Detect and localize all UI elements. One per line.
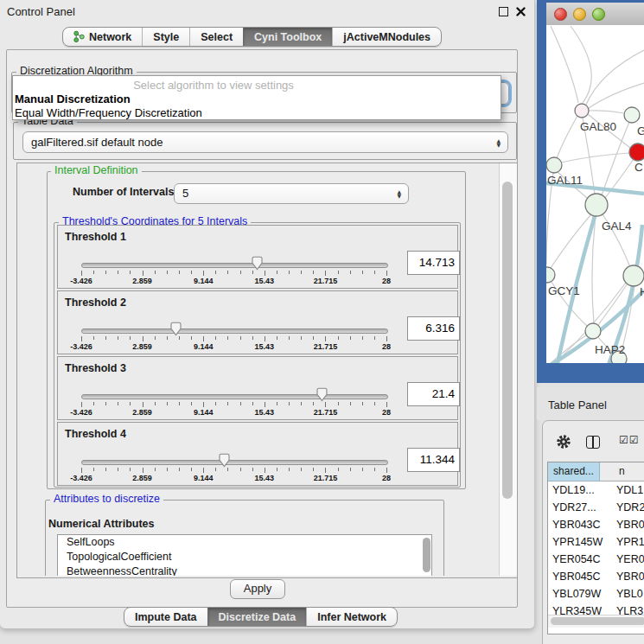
table-data-combobox[interactable]: galFiltered.sif default node ▲▼ — [22, 131, 508, 153]
cell-shared-name[interactable]: YDL19... — [548, 481, 612, 499]
cell-shared-name[interactable]: YPR145W — [548, 533, 612, 551]
cell-name[interactable]: YLR3 — [612, 603, 643, 615]
cell-shared-name[interactable]: YBR045C — [548, 568, 612, 585]
table-row[interactable]: YBL079WYBL0 — [548, 585, 644, 603]
slider-tick — [167, 468, 168, 471]
attribute-item-betweennesscentrality[interactable]: BetweennessCentrality — [58, 564, 431, 576]
slider-tick — [143, 336, 143, 341]
threshold-slider-track[interactable] — [81, 263, 388, 268]
network-node[interactable] — [585, 323, 601, 339]
slider-tick — [374, 336, 375, 340]
cell-name[interactable]: YDR2 — [612, 499, 644, 516]
attribute-item-topologicalcoefficient[interactable]: TopologicalCoefficient — [58, 550, 431, 564]
slider-tick — [325, 271, 326, 276]
network-canvas[interactable]: GAL80GACGAL11GAL4GCY1HHAP2 — [546, 25, 644, 363]
close-panel-button[interactable] — [515, 6, 526, 17]
network-node[interactable] — [585, 194, 608, 216]
table-row[interactable]: YLR345WYLR3 — [548, 603, 644, 615]
cell-shared-name[interactable]: YBL079W — [548, 585, 612, 603]
slider-tick — [301, 402, 302, 405]
bottom-tab-discretize-data[interactable]: Discretize Data — [207, 608, 307, 626]
cell-name[interactable]: YBL0 — [612, 585, 643, 603]
slider-tick — [325, 468, 326, 473]
slider-thumb[interactable] — [316, 387, 328, 405]
slider-thumb[interactable] — [251, 256, 264, 273]
slider-tick-label: 9.144 — [184, 277, 222, 285]
algorithm-option-equal-width-frequency-discretization[interactable]: Equal Width/Frequency Discretization — [13, 106, 501, 120]
tab-cyni-toolbox[interactable]: Cyni Toolbox — [243, 28, 332, 46]
threshold-slider-track[interactable] — [81, 394, 388, 399]
traffic-light-zoom-icon[interactable] — [592, 8, 605, 21]
network-node-label: GCY1 — [548, 284, 580, 297]
network-edge[interactable] — [551, 26, 578, 103]
cell-shared-name[interactable]: YBR043C — [548, 516, 612, 533]
slider-thumb[interactable] — [169, 322, 182, 339]
network-node[interactable] — [624, 107, 640, 123]
table-column-header-0[interactable]: shared... — [548, 462, 600, 481]
slider-tick-label: 2.859 — [124, 408, 162, 417]
network-node[interactable] — [546, 157, 562, 173]
split-view-icon[interactable] — [586, 436, 600, 449]
gear-icon[interactable] — [556, 434, 571, 450]
threshold-value-field-2[interactable]: 6.316 — [407, 316, 460, 341]
settings-scrollbar[interactable] — [499, 163, 517, 576]
table-row[interactable]: YBR045CYBR0 — [548, 568, 644, 585]
slider-thumb[interactable] — [218, 453, 231, 470]
attributes-scrollbar-thumb[interactable] — [423, 538, 430, 572]
network-edge[interactable] — [561, 153, 629, 163]
network-edge[interactable] — [571, 26, 591, 103]
slider-tick — [179, 402, 180, 405]
table-column-header-1[interactable]: n — [600, 462, 644, 481]
threshold-value-field-3[interactable]: 21.4 — [407, 382, 460, 406]
table-row[interactable]: YDR27...YDR2 — [548, 499, 644, 516]
table-row[interactable]: YBR043CYBR0 — [548, 516, 644, 533]
slider-tick — [155, 402, 156, 405]
cell-name[interactable]: YDL1 — [612, 481, 643, 499]
network-edge[interactable] — [557, 116, 577, 158]
table-hscrollbar[interactable] — [548, 615, 644, 628]
attribute-item-selfloops[interactable]: SelfLoops — [58, 535, 431, 550]
threshold-slider-track[interactable] — [81, 460, 388, 465]
threshold-value-field-4[interactable]: 11.344 — [407, 448, 460, 472]
network-edge[interactable] — [546, 335, 586, 363]
network-edge[interactable] — [586, 50, 644, 105]
network-node[interactable] — [623, 265, 644, 286]
network-node[interactable] — [629, 143, 644, 161]
cell-shared-name[interactable]: YER054C — [548, 551, 612, 568]
algorithm-option-manual-discretization[interactable]: Manual Discretization — [13, 92, 501, 106]
slider-tick — [105, 402, 106, 405]
tab-select[interactable]: Select — [189, 28, 243, 46]
tab-network[interactable]: Network — [63, 28, 142, 46]
bottom-tab-infer-network[interactable]: Infer Network — [306, 608, 397, 626]
cell-name[interactable]: YBR0 — [612, 568, 644, 585]
network-edge[interactable] — [589, 111, 624, 113]
slider-tick — [386, 336, 387, 341]
settings-scrollbar-thumb[interactable] — [502, 182, 513, 499]
table-row[interactable]: YDL19...YDL1 — [548, 481, 644, 499]
table-row[interactable]: YPR145WYPR1 — [548, 533, 644, 551]
cell-name[interactable]: YBR0 — [612, 516, 644, 533]
network-node[interactable] — [575, 104, 589, 118]
apply-button[interactable]: Apply — [230, 579, 285, 599]
cell-name[interactable]: YER0 — [612, 551, 644, 568]
num-intervals-combobox[interactable]: 5 ▲▼ — [174, 183, 409, 204]
bottom-tab-impute-data[interactable]: Impute Data — [124, 608, 207, 626]
table-hscrollbar-thumb[interactable] — [551, 617, 644, 625]
cell-shared-name[interactable]: YLR345W — [548, 603, 612, 615]
threshold-value-field-1[interactable]: 14.713 — [407, 251, 460, 275]
float-panel-button[interactable] — [498, 6, 509, 17]
traffic-light-minimize-icon[interactable] — [573, 8, 586, 21]
cell-shared-name[interactable]: YDR27... — [548, 499, 612, 516]
tab-style[interactable]: Style — [142, 28, 189, 46]
checkbox-icons[interactable]: ☑☑ — [619, 434, 640, 446]
threshold-slider-track[interactable] — [81, 328, 388, 334]
network-edge[interactable] — [592, 216, 596, 323]
slider-tick — [93, 271, 94, 274]
traffic-light-close-icon[interactable] — [554, 8, 567, 21]
slider-tick — [167, 336, 168, 340]
cell-name[interactable]: YPR1 — [612, 533, 644, 551]
tab-jactivemnodules[interactable]: jActiveMNodules — [332, 28, 441, 46]
network-node[interactable] — [546, 267, 555, 283]
table-row[interactable]: YER054CYER0 — [548, 551, 644, 568]
node-table: shared...n YDL19...YDL1YDR27...YDR2YBR04… — [547, 462, 644, 634]
